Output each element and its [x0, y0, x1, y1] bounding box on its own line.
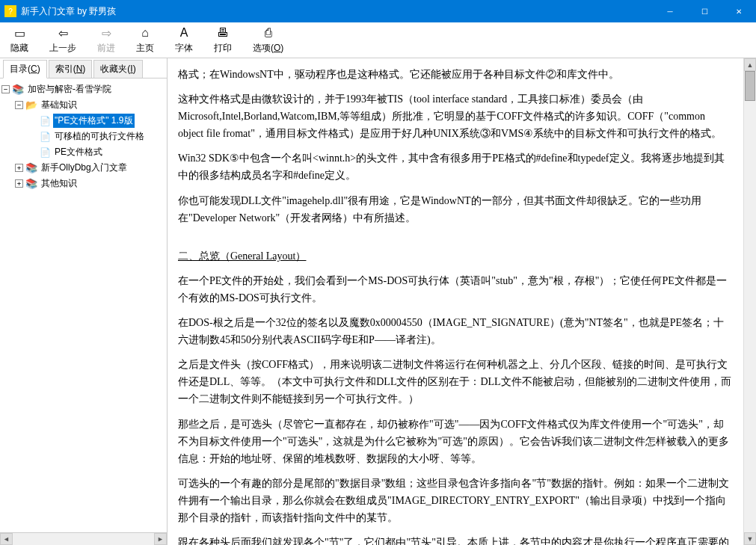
scroll-down-icon[interactable]: ▼	[744, 532, 756, 545]
options-button[interactable]: ⎙ 选项(O)	[248, 24, 288, 56]
close-button[interactable]: ✕	[722, 0, 756, 22]
paragraph: 在DOS-根之后是一个32位的签名以及魔数0x00004550（IMAGE_NT…	[178, 314, 733, 348]
paragraph: 在一个PE文件的开始处，我们会看到一个MS-DOS可执行体（英语叫"stub"，…	[178, 272, 733, 307]
paragraph: Win32 SDK⑤中包含一个名叫<winnt.h>的头文件，其中含有很多用于P…	[178, 150, 733, 184]
forward-icon: ⇨	[99, 25, 114, 40]
page-icon	[39, 115, 51, 127]
window-title: 新手入门文章 by 野男孩	[21, 5, 653, 18]
scroll-up-icon[interactable]: ▲	[744, 58, 756, 71]
tree-item-portable[interactable]: 可移植的可执行文件格	[28, 129, 165, 144]
scroll-right-icon[interactable]: ►	[154, 533, 167, 545]
contents-tree[interactable]: − 加密与解密-看雪学院 − 基础知识 "PE文件格式" 1.9版	[0, 78, 167, 532]
book-icon	[25, 162, 37, 174]
paragraph: 你也可能发现DLL文件"imagehelp.dll"很有用途，它是WindowN…	[178, 192, 733, 227]
minimize-button[interactable]: ─	[653, 0, 687, 22]
maximize-button[interactable]: ☐	[687, 0, 722, 22]
book-icon	[25, 178, 37, 190]
collapse-icon[interactable]: −	[15, 101, 23, 109]
home-icon: ⌂	[138, 25, 153, 40]
paragraph: 之后是文件头（按COFF格式），用来说明该二进制文件将运行在何种机器之上、分几个…	[178, 356, 733, 407]
expand-icon[interactable]: +	[15, 179, 23, 188]
content-vertical-scrollbar[interactable]: ▲ ▼	[743, 58, 756, 545]
sidebar-horizontal-scrollbar[interactable]: ◄ ►	[0, 532, 167, 545]
toolbar: ▭ 隐藏 ⇦ 上一步 ⇨ 前进 ⌂ 主页 A 字体 🖶 打印 ⎙ 选项(O)	[0, 22, 756, 58]
paragraph: 跟在各种头后面我们就发现各个"节"了，它们都由"节头"引导。本质上讲，各节中的内…	[178, 534, 733, 545]
paragraph: 可选头的一个有趣的部分是尾部的"数据目录"数组；这些目录包含许多指向各"节"数据…	[178, 475, 733, 526]
content-area: 格式；在WindowsNT中，驱动程序也是这种格式。它还能被应用于各种目标文件②…	[168, 58, 756, 545]
paragraph: 格式；在WindowsNT中，驱动程序也是这种格式。它还能被应用于各种目标文件②…	[178, 66, 733, 83]
expand-icon[interactable]: +	[15, 164, 23, 172]
hide-button[interactable]: ▭ 隐藏	[6, 24, 33, 56]
back-icon: ⇦	[55, 25, 70, 40]
hide-icon: ▭	[12, 25, 27, 40]
tree-ollydbg[interactable]: + 新手OllyDbg入门文章	[15, 160, 165, 176]
collapse-icon[interactable]: −	[1, 85, 10, 93]
paragraph: 那些之后，是可选头（尽管它一直都存在，却仍被称作"可选"——因为COFF文件格式…	[178, 416, 733, 467]
tab-favorites[interactable]: 收藏夹(I)	[93, 60, 142, 78]
window-controls: ─ ☐ ✕	[653, 0, 756, 22]
navigation-sidebar: 目录(C) 索引(N) 收藏夹(I) − 加密与解密-看雪学院 − 基础知识	[0, 58, 168, 545]
scroll-thumb[interactable]	[745, 71, 755, 101]
paragraph: 这种文件格式是由微软设计的，并于1993年被TIS（tool interface…	[178, 90, 733, 142]
folder-icon	[25, 99, 37, 111]
tab-contents[interactable]: 目录(C)	[3, 60, 47, 78]
forward-button[interactable]: ⇨ 前进	[93, 24, 120, 56]
back-button[interactable]: ⇦ 上一步	[45, 24, 81, 56]
print-icon: 🖶	[215, 25, 230, 40]
tree-item-pe19[interactable]: "PE文件格式" 1.9版	[28, 113, 165, 129]
font-icon: A	[176, 25, 191, 40]
options-icon: ⎙	[261, 25, 276, 40]
home-button[interactable]: ⌂ 主页	[132, 24, 159, 56]
article-body: 格式；在WindowsNT中，驱动程序也是这种格式。它还能被应用于各种目标文件②…	[168, 58, 743, 545]
app-icon: ?	[4, 5, 16, 17]
scroll-left-icon[interactable]: ◄	[0, 533, 13, 545]
tab-index[interactable]: 索引(N)	[49, 60, 93, 78]
font-button[interactable]: A 字体	[170, 24, 197, 56]
tree-item-peformat[interactable]: PE文件格式	[28, 144, 165, 160]
tree-root[interactable]: − 加密与解密-看雪学院	[1, 81, 165, 97]
sidebar-tabs: 目录(C) 索引(N) 收藏夹(I)	[0, 58, 167, 78]
tree-basic[interactable]: − 基础知识	[15, 97, 165, 113]
print-button[interactable]: 🖶 打印	[209, 24, 236, 56]
section-heading: 二、总览（General Layout）	[178, 247, 733, 265]
page-icon	[39, 131, 51, 143]
book-icon	[12, 84, 24, 96]
titlebar: ? 新手入门文章 by 野男孩 ─ ☐ ✕	[0, 0, 756, 22]
tree-other[interactable]: + 其他知识	[15, 176, 165, 191]
page-icon	[39, 147, 51, 158]
